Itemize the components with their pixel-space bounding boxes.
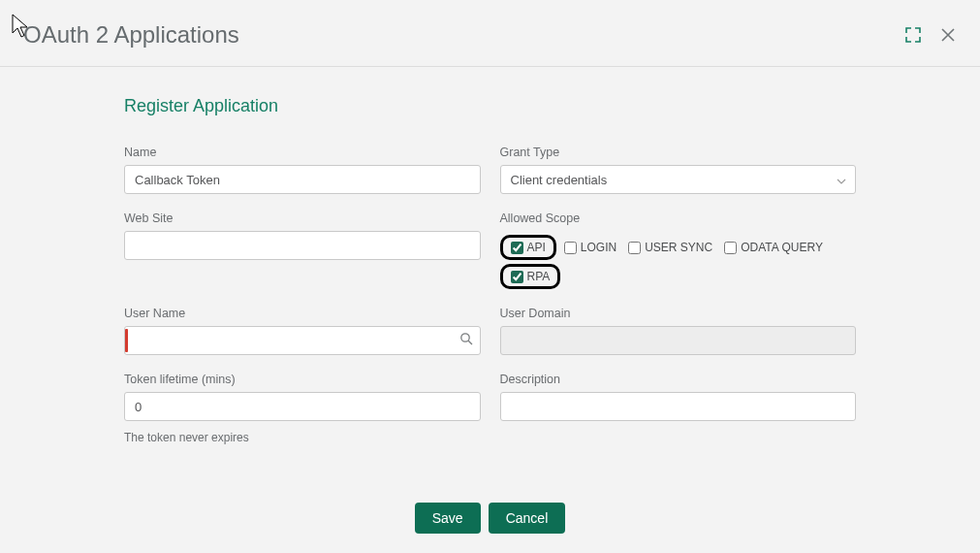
scope-label: LOGIN [581,241,616,254]
scope-user-sync[interactable]: USER SYNC [624,239,716,256]
scope-checkbox[interactable] [628,242,641,254]
scope-checkbox[interactable] [511,271,523,283]
form-subtitle: Register Application [124,96,856,116]
scope-checkbox[interactable] [724,242,737,254]
save-button[interactable]: Save [415,503,481,534]
dialog-header: OAuth 2 Applications [0,0,980,67]
page-title: OAuth 2 Applications [23,21,239,49]
name-label: Name [124,146,481,159]
close-icon[interactable] [939,26,957,44]
search-icon[interactable] [459,332,473,349]
scope-label: ODATA QUERY [741,241,823,254]
name-input[interactable] [124,165,481,194]
user-name-input[interactable] [124,326,481,355]
token-lifetime-helper: The token never expires [124,431,481,444]
allowed-scope-label: Allowed Scope [500,211,857,225]
scope-checkbox[interactable] [564,242,577,254]
cancel-button[interactable]: Cancel [489,503,566,534]
scope-odata-query[interactable]: ODATA QUERY [720,239,827,256]
user-name-label: User Name [124,307,481,320]
scope-checkbox[interactable] [511,242,523,254]
svg-point-0 [460,334,468,342]
description-input[interactable] [500,392,857,421]
scope-login[interactable]: LOGIN [560,239,620,256]
scope-label: USER SYNC [645,241,712,254]
scope-rpa[interactable]: RPA [500,264,561,289]
token-lifetime-input[interactable] [124,392,481,421]
user-domain-input [500,326,857,355]
website-input[interactable] [124,231,481,260]
scope-api[interactable]: API [500,235,556,260]
grant-type-label: Grant Type [500,146,857,159]
form-body: Register Application Name Grant Type Web [0,67,980,553]
token-lifetime-label: Token lifetime (mins) [124,373,481,386]
scope-label: RPA [527,270,551,283]
grant-type-select[interactable] [500,165,857,194]
user-domain-label: User Domain [500,307,857,320]
website-label: Web Site [124,211,481,225]
description-label: Description [500,373,857,386]
expand-icon[interactable] [904,26,922,44]
allowed-scope-group: APILOGINUSER SYNCODATA QUERYRPA [500,235,857,289]
scope-label: API [527,241,546,254]
required-indicator [125,329,128,352]
